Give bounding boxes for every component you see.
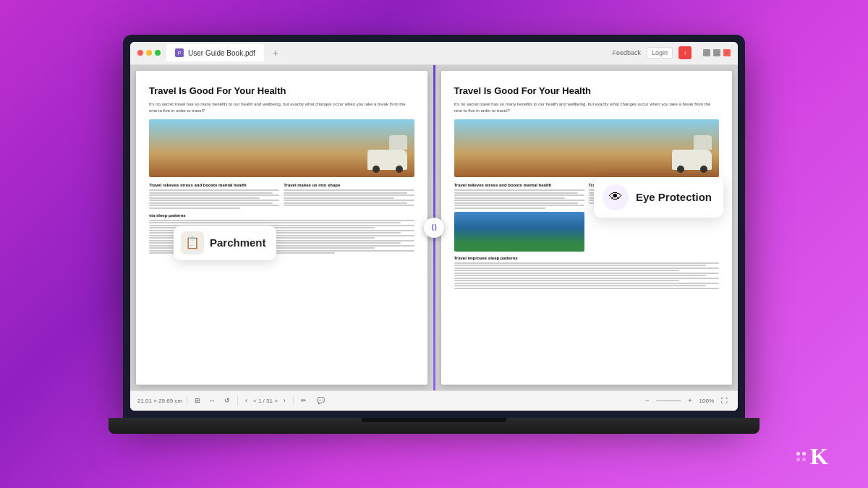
right-section3-title: Travel improves sleep patterns [454, 256, 720, 260]
prev-page-button[interactable]: ‹ [242, 395, 250, 406]
screen-inner: P User Guide Book.pdf + Feedback Login !… [130, 42, 738, 411]
zoom-level: 100% [699, 398, 714, 404]
k-dots [796, 452, 806, 461]
right-page-title: Travel Is Good For Your Health [454, 85, 720, 98]
left-sections: Travel relieves stress and boosts mental… [149, 183, 414, 209]
fit-page-button[interactable]: ⊞ [192, 395, 203, 406]
left-page-title: Travel Is Good For Your Health [149, 85, 414, 98]
right-section1: Travel relieves stress and boosts mental… [454, 183, 584, 252]
left-section1: Travel relieves stress and boosts mental… [149, 183, 279, 209]
right-page-subtitle: It's no secret travel has so many benefi… [454, 101, 720, 114]
laptop-frame: P User Guide Book.pdf + Feedback Login !… [109, 35, 760, 454]
browser-actions: Feedback Login ! [612, 46, 692, 59]
dot2 [802, 452, 806, 455]
tab-label: User Guide Book.pdf [188, 49, 255, 57]
browser-tab[interactable]: P User Guide Book.pdf [166, 44, 264, 61]
zoom-out-button[interactable]: − [642, 395, 652, 406]
notification-icon: ! [678, 46, 692, 59]
pdf-divider[interactable]: ⟨⟩ [433, 65, 435, 390]
laptop-hinge [362, 418, 506, 422]
screen-bezel: P User Guide Book.pdf + Feedback Login !… [123, 35, 745, 418]
comment-button[interactable]: 💬 [314, 395, 328, 406]
page-dimensions: 21.01 × 29.69 cm [137, 398, 182, 404]
zoom-in-button[interactable]: + [685, 395, 694, 406]
parchment-label: Parchment [210, 236, 266, 249]
k-logo: K [810, 445, 828, 468]
toolbar-tools: ⊞ ↔ ↺ [192, 395, 233, 406]
page-nav-group: ‹ < 1 / 31 > › [242, 395, 289, 406]
dot1 [796, 452, 800, 455]
fit-width-button[interactable]: ↔ [206, 395, 218, 406]
divider-arrows-icon: ⟨⟩ [431, 223, 437, 231]
laptop-base [109, 418, 760, 434]
right-small-image [454, 212, 584, 252]
eye-protection-label: Eye Protection [636, 191, 712, 203]
feedback-label: Feedback [612, 49, 641, 56]
eye-icon: 👁 [603, 184, 629, 210]
left-section2: Travel makes us into shape [284, 183, 414, 209]
left-section3-title: via sleep patterns [149, 213, 414, 218]
divider-handle[interactable]: ⟨⟩ [424, 218, 444, 238]
dot-red [137, 50, 143, 56]
left-page-subtitle: It's no secret travel has so many benefi… [149, 101, 414, 114]
right-main-image [454, 119, 720, 177]
eye-protection-badge[interactable]: 👁 Eye Protection [594, 177, 723, 218]
next-page-button[interactable]: › [281, 395, 289, 406]
annotation-button[interactable]: ✏ [298, 395, 310, 406]
window-controls: − □ × [703, 49, 731, 56]
tab-icon: P [175, 48, 184, 57]
page-nav-info: < 1 / 31 > [253, 398, 278, 404]
pdf-toolbar: 21.01 × 29.69 cm ⊞ ↔ ↺ ‹ < 1 / 31 > › ✏ … [130, 390, 738, 411]
browser-chrome: P User Guide Book.pdf + Feedback Login !… [130, 42, 738, 65]
right-truck-illustration [668, 145, 712, 170]
truck-illustration [364, 145, 407, 170]
pdf-viewer: Travel Is Good For Your Health It's no s… [130, 65, 738, 390]
close-button[interactable]: × [723, 49, 731, 56]
dot-yellow [146, 50, 152, 56]
pdf-right-page: Travel Is Good For Your Health It's no s… [441, 71, 733, 385]
minimize-button[interactable]: − [703, 49, 710, 56]
parchment-badge[interactable]: 📋 Parchment [174, 226, 276, 260]
zoom-slider: ────── [656, 398, 681, 404]
k-logo-area: K [796, 445, 828, 468]
rotate-button[interactable]: ↺ [221, 395, 233, 406]
login-button[interactable]: Login [647, 47, 673, 59]
parchment-icon: 📋 [181, 231, 204, 254]
fullscreen-button[interactable]: ⛶ [718, 395, 731, 406]
dot-green [155, 50, 161, 56]
window-dots [137, 50, 161, 56]
left-main-image [149, 119, 414, 177]
dot4 [802, 458, 806, 461]
dot3 [796, 458, 800, 461]
maximize-button[interactable]: □ [713, 49, 720, 56]
tab-plus-button[interactable]: + [273, 47, 278, 59]
